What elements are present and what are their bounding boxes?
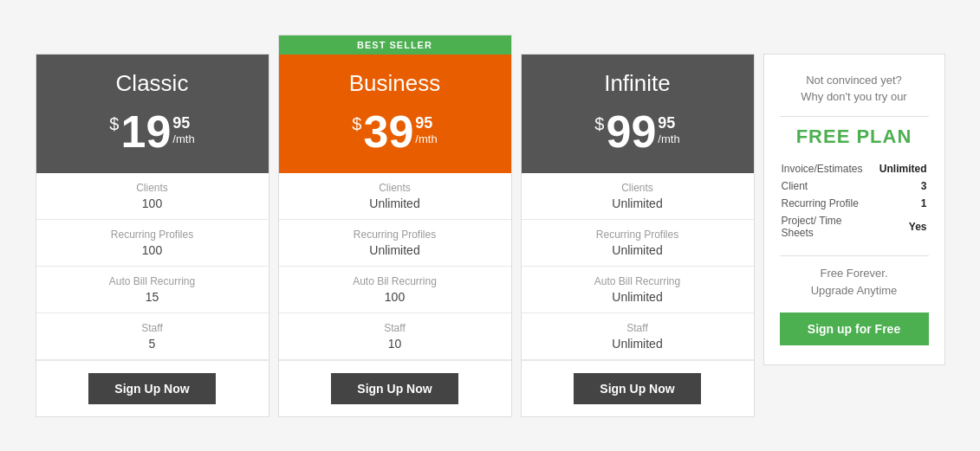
free-feature-label: Recurring Profile [780, 195, 878, 212]
plan-feature: Clients Unlimited [279, 173, 511, 220]
free-feature-label: Invoice/Estimates [780, 160, 878, 177]
price-dollar: $ [594, 114, 604, 134]
plan-card-header: Infinite $ 99 95 /mth [522, 55, 754, 173]
plan-action: Sign Up Now [522, 360, 754, 416]
pricing-container: Classic $ 19 95 /mth Clients 100 Recurri… [9, 35, 971, 417]
signup-button[interactable]: Sign Up Now [331, 373, 458, 404]
plan-name: Classic [54, 70, 251, 97]
feature-value: Unlimited [296, 243, 494, 257]
plan-price: $ 39 95 /mth [296, 109, 494, 154]
feature-label: Recurring Profiles [54, 229, 251, 241]
feature-label: Staff [296, 322, 494, 334]
plan-feature: Staff 5 [36, 313, 269, 360]
feature-value: 5 [54, 337, 251, 351]
feature-label: Auto Bill Recurring [54, 275, 251, 287]
price-mth: /mth [415, 132, 437, 145]
price-amount: 99 [606, 109, 656, 154]
plan-feature: Staff 10 [279, 313, 511, 360]
free-feature-row: Client 3 [780, 177, 929, 195]
price-dollar: $ [109, 114, 119, 134]
feature-label: Staff [539, 322, 737, 334]
plan-card-header: Business $ 39 95 /mth [279, 55, 511, 173]
divider [780, 116, 929, 117]
feature-label: Clients [539, 182, 737, 194]
feature-label: Recurring Profiles [296, 229, 494, 241]
plan-card-classic: Classic $ 19 95 /mth Clients 100 Recurri… [36, 54, 269, 417]
feature-value: Unlimited [296, 197, 494, 210]
feature-value: Unlimited [539, 197, 737, 210]
price-dollar: $ [352, 114, 361, 134]
price-decimal-mth: 95 /mth [658, 114, 679, 146]
free-feature-row: Invoice/Estimates Unlimited [780, 160, 929, 177]
plan-price: $ 19 95 /mth [54, 109, 251, 154]
feature-value: Unlimited [539, 243, 737, 257]
feature-value: Unlimited [539, 337, 737, 351]
feature-label: Clients [54, 182, 251, 194]
free-feature-row: Recurring Profile 1 [780, 195, 929, 212]
price-decimal: 95 [172, 114, 190, 133]
free-feature-label: Project/ Time Sheets [780, 212, 878, 242]
feature-value: Unlimited [539, 290, 737, 304]
plan-action: Sign Up Now [36, 360, 269, 416]
price-decimal-mth: 95 /mth [172, 114, 194, 146]
free-feature-value: 1 [878, 195, 929, 212]
signup-button[interactable]: Sign Up Now [574, 373, 700, 404]
feature-value: 10 [296, 337, 494, 351]
price-decimal-mth: 95 /mth [415, 114, 437, 146]
free-feature-label: Client [780, 177, 878, 195]
plan-action: Sign Up Now [279, 360, 511, 416]
free-plan-title: FREE PLAN [780, 126, 929, 148]
free-forever-text: Free Forever.Upgrade Anytime [780, 265, 929, 301]
feature-label: Auto Bill Recurring [539, 275, 737, 287]
feature-label: Clients [296, 182, 494, 194]
free-plan-card: Not convinced yet?Why don't you try our … [763, 54, 945, 366]
feature-label: Auto Bil Recurring [296, 275, 494, 287]
price-decimal: 95 [415, 114, 432, 133]
plan-feature: Clients 100 [36, 173, 269, 220]
free-feature-row: Project/ Time Sheets Yes [780, 212, 929, 242]
price-amount: 19 [120, 109, 171, 154]
plan-feature: Auto Bil Recurring 100 [279, 267, 511, 313]
plan-name: Business [296, 70, 494, 97]
plan-name: Infinite [539, 70, 737, 97]
plan-card-header: Classic $ 19 95 /mth [36, 55, 269, 173]
plan-price: $ 99 95 /mth [539, 109, 737, 154]
plan-card-business: BEST SELLER Business $ 39 95 /mth Client… [278, 35, 512, 417]
plan-feature: Recurring Profiles Unlimited [522, 220, 754, 267]
plan-feature: Staff Unlimited [522, 313, 754, 360]
signup-free-button[interactable]: Sign up for Free [780, 312, 929, 345]
signup-button[interactable]: Sign Up Now [88, 373, 215, 404]
plan-card-infinite: Infinite $ 99 95 /mth Clients Unlimited … [521, 54, 755, 417]
price-mth: /mth [658, 132, 679, 145]
feature-label: Staff [54, 322, 251, 334]
plan-feature: Clients Unlimited [522, 173, 754, 220]
best-seller-banner: BEST SELLER [279, 35, 511, 55]
plan-feature: Recurring Profiles Unlimited [279, 220, 511, 267]
free-plan-features-table: Invoice/Estimates Unlimited Client 3 Rec… [780, 160, 929, 242]
feature-value: 100 [54, 197, 251, 210]
free-feature-value: Unlimited [878, 160, 929, 177]
price-amount: 39 [363, 109, 413, 154]
divider-2 [780, 255, 929, 256]
plan-feature: Auto Bill Recurring 15 [36, 267, 269, 313]
price-decimal: 95 [658, 114, 675, 133]
feature-value: 100 [296, 290, 494, 304]
feature-value: 100 [54, 243, 251, 257]
feature-label: Recurring Profiles [539, 229, 737, 241]
free-feature-value: Yes [878, 212, 929, 242]
plan-feature: Recurring Profiles 100 [36, 220, 269, 267]
plan-feature: Auto Bill Recurring Unlimited [522, 267, 754, 313]
price-mth: /mth [172, 132, 194, 145]
free-feature-value: 3 [878, 177, 929, 195]
feature-value: 15 [54, 290, 251, 304]
not-convinced-text: Not convinced yet?Why don't you try our [780, 72, 929, 106]
